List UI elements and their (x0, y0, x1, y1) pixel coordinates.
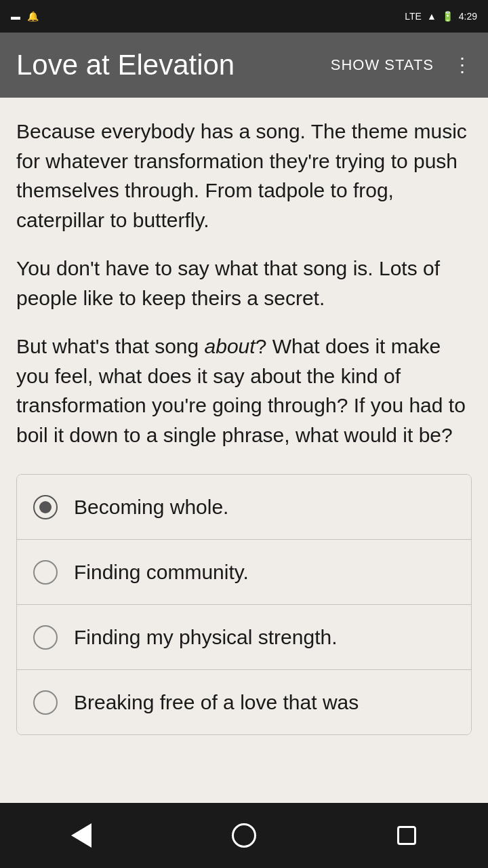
option-label-1: Becoming whole. (74, 494, 228, 520)
signal-icon: ▲ (427, 11, 436, 22)
paragraph-3: But what's that song about? What does it… (16, 332, 472, 450)
overflow-menu-button[interactable]: ⋮ (453, 56, 472, 75)
status-bar-right: LTE ▲ 🔋 4:29 (405, 11, 477, 22)
radio-button-3[interactable] (33, 625, 58, 650)
nav-bar (0, 803, 488, 868)
paragraph-1: Because everybody has a song. The theme … (16, 117, 472, 235)
app-title: Love at Elevation (16, 49, 331, 81)
radio-button-4[interactable] (33, 690, 58, 715)
options-container: Becoming whole. Finding community. Findi… (16, 474, 472, 735)
paragraph-2: You don't have to say what that song is.… (16, 254, 472, 313)
option-label-4: Breaking free of a love that was (74, 689, 359, 715)
time-label: 4:29 (459, 11, 477, 22)
option-item-3[interactable]: Finding my physical strength. (17, 605, 471, 670)
show-stats-button[interactable]: SHOW STATS (331, 56, 434, 74)
status-bar: ▬ 🔔 LTE ▲ 🔋 4:29 (0, 0, 488, 33)
content-area: Because everybody has a song. The theme … (0, 98, 488, 803)
app-bar-actions: SHOW STATS ⋮ (331, 56, 472, 75)
recents-icon (397, 826, 416, 845)
home-button[interactable] (217, 808, 271, 863)
sim-icon: ▬ (11, 11, 20, 22)
notification-icon: 🔔 (27, 11, 39, 22)
radio-inner-1 (39, 501, 52, 513)
radio-button-2[interactable] (33, 560, 58, 585)
network-type-label: LTE (405, 11, 422, 22)
back-button[interactable] (54, 808, 108, 863)
option-item-2[interactable]: Finding community. (17, 540, 471, 605)
status-bar-left: ▬ 🔔 (11, 11, 39, 22)
option-label-3: Finding my physical strength. (74, 624, 338, 650)
app-bar: Love at Elevation SHOW STATS ⋮ (0, 33, 488, 98)
recents-button[interactable] (380, 808, 434, 863)
option-label-2: Finding community. (74, 559, 249, 585)
home-icon (232, 823, 256, 848)
option-item-4[interactable]: Breaking free of a love that was (17, 670, 471, 734)
battery-icon: 🔋 (442, 11, 453, 22)
radio-button-1[interactable] (33, 495, 58, 519)
option-item-1[interactable]: Becoming whole. (17, 475, 471, 540)
back-icon (71, 823, 92, 848)
italic-word: about (205, 335, 256, 357)
